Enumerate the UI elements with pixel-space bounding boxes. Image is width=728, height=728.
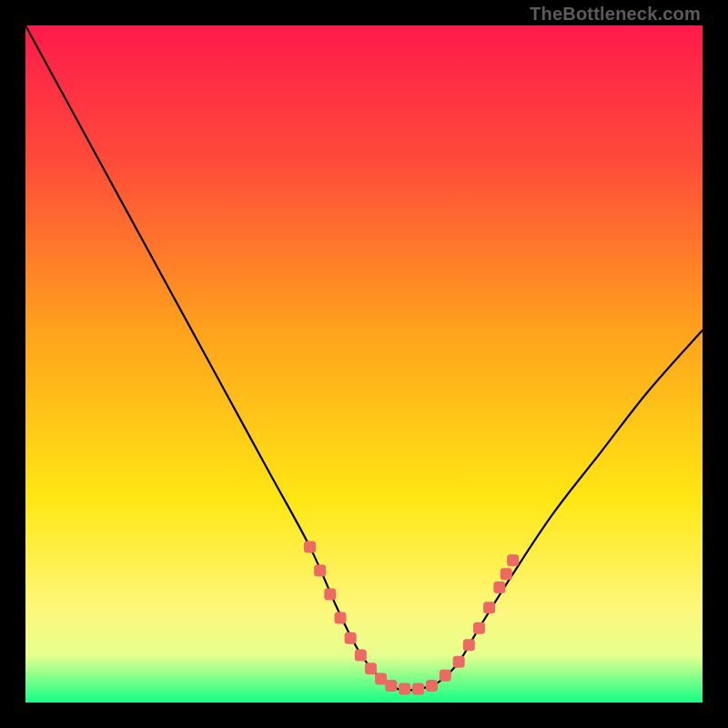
sweet-spot-marker	[355, 649, 367, 661]
sweet-spot-marker	[385, 680, 397, 692]
sweet-spot-marker	[365, 662, 377, 674]
watermark-text: TheBottleneck.com	[530, 4, 701, 25]
sweet-spot-marker	[473, 622, 485, 634]
sweet-spot-marker	[324, 588, 336, 600]
sweet-spot-marker	[507, 554, 519, 566]
sweet-spot-marker	[483, 602, 495, 613]
sweet-spot-marker	[399, 683, 410, 695]
sweet-spot-marker	[426, 680, 438, 692]
bottleneck-chart	[25, 25, 703, 703]
sweet-spot-marker	[412, 683, 424, 695]
sweet-spot-marker	[440, 670, 451, 682]
sweet-spot-marker	[453, 656, 465, 668]
sweet-spot-marker	[375, 672, 387, 684]
sweet-spot-marker	[463, 639, 475, 651]
sweet-spot-marker	[345, 632, 357, 644]
chart-frame	[25, 25, 703, 703]
sweet-spot-marker	[500, 568, 512, 580]
gradient-background	[25, 25, 703, 703]
sweet-spot-marker	[304, 541, 316, 552]
sweet-spot-marker	[334, 612, 346, 624]
sweet-spot-marker	[314, 564, 326, 576]
sweet-spot-marker	[493, 581, 505, 593]
